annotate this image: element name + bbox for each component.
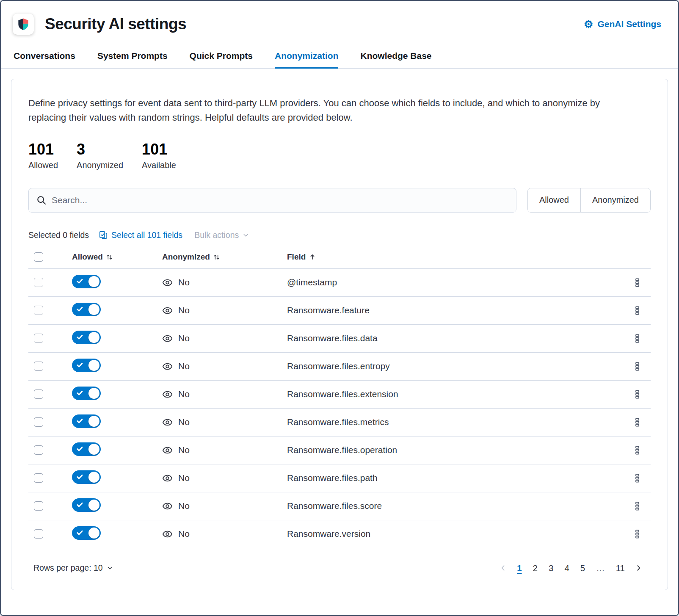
tab-conversations[interactable]: Conversations — [14, 51, 75, 68]
allowed-toggle[interactable] — [72, 275, 101, 288]
row-checkbox[interactable] — [34, 306, 43, 315]
field-name: Ransomware.files.operation — [287, 445, 397, 455]
tab-knowledge-base[interactable]: Knowledge Base — [360, 51, 431, 68]
stat-allowed: 101 Allowed — [28, 141, 58, 170]
gear-icon: ⚙ — [584, 19, 593, 30]
genai-settings-button[interactable]: ⚙ GenAI Settings — [584, 19, 661, 30]
search-box[interactable] — [28, 188, 516, 213]
pagination-page-1[interactable]: 1 — [513, 561, 526, 575]
tab-quick-prompts[interactable]: Quick Prompts — [190, 51, 253, 68]
row-checkbox[interactable] — [34, 445, 43, 455]
anonymized-value: No — [178, 361, 190, 371]
table-row: No Ransomware.files.operation — [28, 436, 651, 464]
field-name: Ransomware.files.entropy — [287, 361, 390, 371]
allowed-toggle[interactable] — [72, 414, 101, 428]
row-actions-button[interactable] — [632, 500, 642, 512]
eye-icon — [162, 305, 173, 316]
row-checkbox[interactable] — [34, 334, 43, 343]
table-row: No Ransomware.files.score — [28, 492, 651, 520]
pagination-page-5[interactable]: 5 — [576, 561, 589, 575]
row-actions-button[interactable] — [632, 444, 642, 456]
eye-icon — [162, 501, 173, 511]
allowed-toggle[interactable] — [72, 498, 101, 512]
anonymized-value: No — [178, 501, 190, 511]
pagination-page-3[interactable]: 3 — [544, 561, 558, 575]
stat-available: 101 Available — [142, 141, 176, 170]
row-actions-button[interactable] — [632, 472, 642, 484]
pagination-pages: 12345…11 — [513, 561, 629, 575]
genai-settings-label: GenAI Settings — [597, 19, 661, 29]
table-header-row: Allowed Anonymized — [28, 246, 651, 269]
column-header-anonymized[interactable]: Anonymized — [162, 252, 287, 262]
select-all-checkbox[interactable] — [34, 252, 43, 262]
elastic-security-logo-icon — [13, 14, 34, 35]
pagination-page-2[interactable]: 2 — [529, 561, 542, 575]
column-header-allowed[interactable]: Allowed — [72, 252, 162, 262]
pagination-page-4[interactable]: 4 — [560, 561, 573, 575]
stat-anonymized: 3 Anonymized — [77, 141, 123, 170]
row-checkbox[interactable] — [34, 362, 43, 371]
tab-system-prompts[interactable]: System Prompts — [97, 51, 168, 68]
select-all-link[interactable]: Select all 101 fields — [99, 230, 182, 240]
pagination-page-11[interactable]: 11 — [612, 561, 629, 575]
rows-per-page-button[interactable]: Rows per page: 10 — [33, 563, 113, 573]
stat-available-value: 101 — [142, 141, 176, 158]
eye-icon — [162, 389, 173, 400]
table-row: No Ransomware.feature — [28, 297, 651, 325]
sort-ascending-icon — [309, 253, 316, 261]
allowed-toggle[interactable] — [72, 526, 101, 540]
filter-anonymized-button[interactable]: Anonymized — [580, 188, 650, 212]
next-page-button[interactable] — [632, 563, 646, 573]
row-checkbox[interactable] — [34, 417, 43, 427]
row-checkbox[interactable] — [34, 473, 43, 483]
allowed-toggle[interactable] — [72, 470, 101, 484]
row-actions-button[interactable] — [632, 332, 642, 345]
previous-page-button[interactable] — [496, 563, 510, 573]
bulk-actions-button[interactable]: Bulk actions — [194, 230, 249, 240]
chevron-down-icon — [243, 232, 249, 238]
table-row: No Ransomware.files.metrics — [28, 409, 651, 436]
filter-allowed-button[interactable]: Allowed — [528, 188, 580, 212]
column-header-field[interactable]: Field — [287, 252, 624, 262]
row-checkbox[interactable] — [34, 501, 43, 511]
stat-anonymized-value: 3 — [77, 141, 123, 158]
anonymized-value: No — [178, 305, 190, 315]
anonymized-value: No — [178, 417, 190, 427]
anonymization-panel: Define privacy settings for event data s… — [11, 79, 668, 590]
row-checkbox[interactable] — [34, 529, 43, 539]
row-actions-button[interactable] — [632, 388, 642, 401]
allowed-toggle[interactable] — [72, 387, 101, 400]
row-checkbox[interactable] — [34, 389, 43, 399]
row-actions-button[interactable] — [632, 528, 642, 540]
field-name: Ransomware.files.data — [287, 333, 378, 343]
anonymized-value: No — [178, 529, 190, 539]
allowed-toggle[interactable] — [72, 442, 101, 456]
row-actions-button[interactable] — [632, 416, 642, 428]
row-actions-button[interactable] — [632, 276, 642, 289]
field-name: @timestamp — [287, 277, 337, 287]
table-row: No Ransomware.files.extension — [28, 381, 651, 409]
page-header: Security AI settings ⚙ GenAI Settings — [1, 1, 678, 35]
pagination-ellipsis: … — [592, 561, 609, 575]
row-actions-button[interactable] — [632, 304, 642, 317]
table-row: No @timestamp — [28, 269, 651, 297]
row-actions-button[interactable] — [632, 360, 642, 373]
allowed-toggle[interactable] — [72, 359, 101, 372]
tab-anonymization[interactable]: Anonymization — [275, 51, 339, 68]
allowed-toggle[interactable] — [72, 303, 101, 316]
search-input[interactable] — [52, 195, 508, 205]
chevron-down-icon — [107, 565, 113, 571]
sort-both-icon — [213, 254, 220, 261]
field-name: Ransomware.files.path — [287, 473, 378, 483]
table-row: No Ransomware.files.data — [28, 325, 651, 353]
privacy-description: Define privacy settings for event data s… — [28, 96, 634, 125]
pagination: 12345…11 — [496, 561, 646, 575]
row-checkbox[interactable] — [34, 278, 43, 287]
field-name: Ransomware.version — [287, 529, 370, 539]
eye-icon — [162, 333, 173, 344]
field-stats: 101 Allowed 3 Anonymized 101 Available — [28, 141, 651, 170]
stat-allowed-value: 101 — [28, 141, 58, 158]
field-name: Ransomware.files.metrics — [287, 417, 389, 427]
fields-table: Allowed Anonymized — [28, 246, 651, 548]
allowed-toggle[interactable] — [72, 331, 101, 344]
